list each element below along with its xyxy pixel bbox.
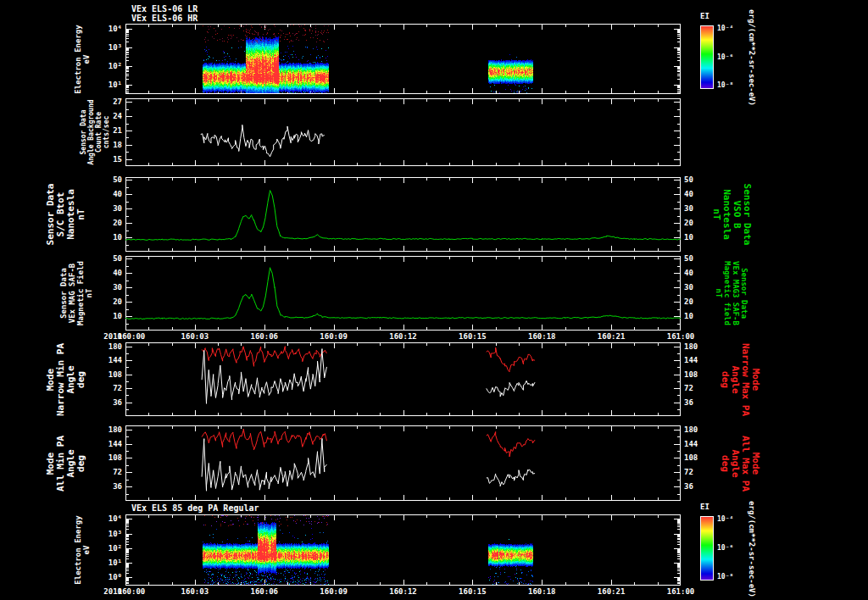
y-tick-label-left: 144 [86, 440, 122, 448]
colorbar-tick-label: 10⁻⁸ [717, 81, 733, 90]
y-axis-label-vex-mag-field: Sensor Data VEx MAG SAF-B Magnetic Field… [59, 261, 93, 325]
panel7-title: VEx ELS 85 deg PA Regular [131, 503, 259, 513]
x-tick-label: 160:15 [459, 332, 487, 341]
y-tick-label-right: 108 [684, 453, 709, 462]
y-tick-label-right: 108 [684, 370, 709, 379]
x-tick-label: 160:09 [320, 587, 348, 596]
y-tick-label-right: 144 [684, 356, 709, 364]
y-tick-label-left: 10² [86, 544, 122, 553]
y-tick-label-left: 10³ [86, 43, 122, 52]
x-tick-label: 160:12 [389, 332, 417, 341]
y-axis-label-all-pa: Mode All Min PA Angle deg [46, 435, 86, 491]
y-tick-label-left: 108 [86, 453, 122, 462]
x-tick-label: 160:00 [118, 587, 146, 596]
y-tick-label-right: 40 [684, 269, 709, 277]
colorbar-els-85deg-spectrogram [700, 516, 714, 581]
y-tick-label-left: 10¹ [86, 558, 122, 567]
y-tick-label-right: 30 [684, 283, 709, 292]
screen: VEx ELS-06 LR VEx ELS-06 HR VEx ELS 85 d… [0, 0, 868, 600]
y-tick-label-right: 20 [684, 219, 709, 227]
y-tick-label-right: 50 [684, 175, 709, 184]
y-axis-label-narrow-pa: Mode Narrow Min PA Angle deg [46, 342, 86, 415]
x-tick-label: 160:18 [528, 587, 556, 596]
canvas-els-85deg-spectrogram [125, 514, 681, 586]
y-tick-label-left: 10 [86, 233, 122, 242]
y-tick-label-right: 30 [684, 204, 709, 213]
colorbar-label-bottom: EI [700, 503, 709, 511]
y-tick-label-right: 50 [684, 254, 709, 263]
colorbar-label-top: EI [700, 12, 709, 20]
canvas-vex-mag-field [125, 256, 681, 331]
y-tick-label-right: 10 [684, 233, 709, 242]
y-tick-label-left: 10¹ [86, 81, 122, 89]
y-axis-label-right-sc-btot: Sensor Data VSO B Nanotesla nT [711, 184, 752, 246]
panel-els-lr-hr-spectrogram [125, 24, 681, 94]
colorbar-tick-label: 10⁻⁶ [717, 53, 733, 62]
y-tick-label-right: 20 [684, 297, 709, 306]
x-tick-label: 160:21 [598, 332, 626, 341]
panel-background-count-rate [125, 98, 681, 166]
y-tick-label-left: 10² [86, 62, 122, 70]
x-tick-label: 160:03 [181, 587, 209, 596]
y-axis-label-right-narrow-pa: Mode Narrow Max PA Angle deg [720, 342, 760, 415]
y-tick-label-right: 36 [684, 398, 709, 407]
x-tick-label: 160:06 [250, 587, 278, 596]
colorbar-tick-label: 10⁻⁶ [717, 544, 733, 553]
y-tick-label-left: 36 [86, 482, 122, 491]
y-tick-label-right: 10 [684, 312, 709, 320]
y-tick-label-left: 10⁴ [86, 25, 122, 33]
y-axis-label-els-lr-hr-spectrogram: Electron Energy eV [74, 25, 91, 93]
x-tick-label: 160:09 [320, 332, 348, 341]
colorbar-els-lr-hr-spectrogram [700, 25, 714, 89]
colorbar-units-top: erg/(cm**2-sr-sec-eV) [748, 9, 756, 106]
panel-narrow-pa [125, 342, 681, 416]
y-tick-label-left: 10⁴ [86, 514, 122, 523]
y-tick-label-left: 50 [86, 175, 122, 184]
panel-els-85deg-spectrogram [125, 514, 681, 586]
x-tick-label: 160:18 [528, 332, 556, 341]
x-tick-label: 161:00 [667, 587, 695, 596]
y-axis-label-els-85deg-spectrogram: Electron Energy eV [74, 515, 91, 584]
canvas-narrow-pa [125, 342, 681, 416]
x-tick-label: 160:03 [181, 332, 209, 341]
y-axis-label-background-count-rate: Sensor Data Angle Background Count Rate … [80, 99, 110, 164]
y-axis-label-right-all-pa: Mode All Max PA Angle deg [720, 435, 760, 491]
panel-sc-btot [125, 177, 681, 252]
panel-vex-mag-field [125, 256, 681, 331]
x-tick-label: 160:15 [459, 587, 487, 596]
y-axis-label-right-vex-mag-field: Sensor Data VEx MAG3 SAF-B Magnetic fiel… [715, 261, 748, 325]
y-tick-label-left: 10⁰ [86, 573, 122, 581]
y-tick-label-left: 72 [86, 468, 122, 476]
y-tick-label-right: 180 [684, 342, 709, 351]
y-axis-label-sc-btot: Sensor Data S/C Btot Nanotesla nT [46, 184, 86, 246]
colorbar-units-bottom: erg/(cm**2-sr-sec-eV) [748, 501, 756, 597]
y-tick-label-left: 144 [86, 356, 122, 364]
panel-all-pa [125, 425, 681, 501]
y-tick-label-left: 10³ [86, 530, 122, 538]
y-tick-label-left: 180 [86, 342, 122, 351]
canvas-els-lr-hr-spectrogram [125, 24, 681, 94]
x-tick-label: 160:00 [118, 332, 146, 341]
y-tick-label-right: 144 [684, 440, 709, 448]
y-tick-label-right: 72 [684, 468, 709, 476]
panel1-title-line2: VEx ELS-06 HR [131, 14, 198, 23]
x-tick-label: 160:21 [598, 587, 626, 596]
y-tick-label-left: 72 [86, 384, 122, 392]
x-tick-label: 160:12 [389, 587, 417, 596]
y-tick-label-left: 180 [86, 425, 122, 434]
x-tick-label: 161:00 [667, 332, 695, 341]
y-tick-label-left: 40 [86, 190, 122, 198]
colorbar-tick-label: 10⁻⁸ [717, 573, 733, 581]
y-tick-label-right: 40 [684, 190, 709, 198]
y-tick-label-left: 108 [86, 370, 122, 379]
y-tick-label-right: 36 [684, 482, 709, 491]
y-tick-label-right: 180 [684, 425, 709, 434]
y-tick-label-left: 20 [86, 219, 122, 227]
panel1-title-line1: VEx ELS-06 LR [131, 4, 198, 14]
y-tick-label-left: 30 [86, 204, 122, 213]
canvas-sc-btot [125, 177, 681, 252]
x-tick-label: 160:06 [250, 332, 278, 341]
colorbar-tick-label: 10⁻⁴ [717, 515, 733, 524]
colorbar-tick-label: 10⁻⁴ [717, 25, 733, 33]
canvas-background-count-rate [125, 98, 681, 166]
